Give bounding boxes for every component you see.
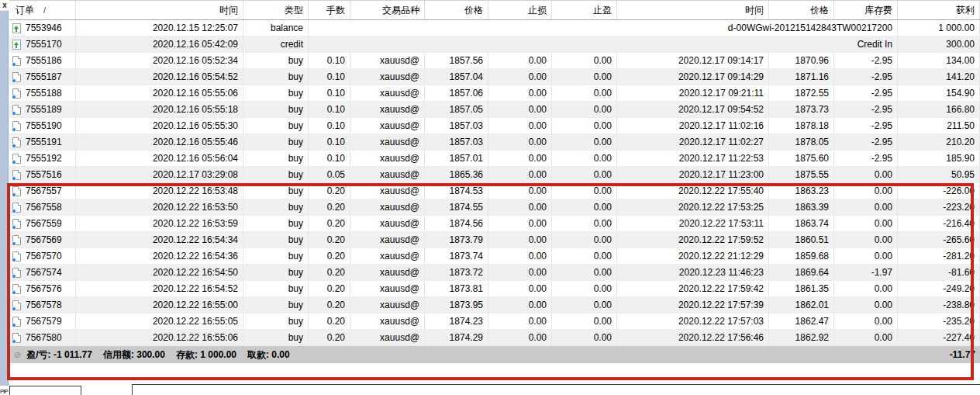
price-cell: 1873.72 [425, 265, 488, 280]
swap-cell: -2.95 [834, 53, 898, 68]
price-cell: 1874.56 [425, 216, 488, 231]
table-row[interactable]: 75675762020.12.22 16:54:52buy0.20xauusd@… [9, 281, 980, 297]
open-time-cell: 2020.12.22 16:55:06 [76, 330, 243, 345]
open-time-cell: 2020.12.15 12:25:07 [76, 20, 243, 36]
order-cell: 7567569 [9, 232, 76, 248]
order-document-icon [12, 56, 21, 66]
column-header-open_time[interactable]: 时间 [76, 1, 243, 19]
column-header-symbol[interactable]: 交易品种 [350, 1, 425, 19]
table-row[interactable]: 75675802020.12.22 16:55:06buy0.20xauusd@… [9, 330, 980, 346]
column-header-label: 价格 [464, 5, 483, 16]
bottom-left-text-fragment: PIP [0, 388, 8, 395]
order-document-icon [12, 235, 21, 245]
table-row[interactable]: 75551922020.12.16 05:56:04buy0.10xauusd@… [9, 151, 980, 167]
table-row[interactable]: 75675782020.12.22 16:55:00buy0.20xauusd@… [9, 297, 980, 314]
tp-cell: 0.00 [552, 167, 617, 182]
column-header-close_price[interactable]: 价格 [769, 1, 834, 19]
order-cell: 7567558 [9, 199, 76, 215]
close-price-cell: 1878.18 [769, 118, 834, 133]
close-time-cell: 2020.12.22 17:57:03 [617, 314, 769, 329]
close-time-cell: 2020.12.17 09:14:29 [617, 69, 769, 85]
order-cell: 7555191 [9, 134, 76, 150]
order-document-icon [12, 317, 21, 327]
lots-cell: 0.10 [309, 134, 350, 150]
swap-cell: -2.95 [834, 102, 898, 117]
close-time-cell: 2020.12.22 17:56:46 [617, 330, 769, 345]
sl-cell: 0.00 [488, 118, 552, 133]
column-header-tp[interactable]: 止盈 [552, 1, 617, 19]
close-price-cell: 1873.73 [769, 102, 834, 117]
lots-cell: 0.10 [309, 118, 350, 133]
column-header-label: 订单 [16, 5, 34, 16]
column-header-lots[interactable]: 手数 [309, 1, 350, 19]
table-row[interactable]: 75675692020.12.22 16:54:34buy0.20xauusd@… [9, 232, 980, 248]
sl-cell: 0.00 [488, 265, 552, 280]
column-header-label: 时间 [219, 5, 238, 16]
profit-cell: 154.90 [898, 85, 980, 101]
sl-cell: 0.00 [488, 248, 552, 264]
column-header-profit[interactable]: 获利 [898, 1, 980, 19]
close-time-cell: 2020.12.22 17:59:52 [617, 232, 769, 248]
column-header-order[interactable]: 订单/ [9, 1, 76, 19]
close-price-cell: 1862.47 [769, 314, 834, 329]
order-cell: 7567557 [9, 183, 76, 199]
close-price-cell: 1859.68 [769, 248, 834, 264]
profit-cell: 50.95 [898, 167, 980, 182]
table-row[interactable]: 75551912020.12.16 05:55:46buy0.10xauusd@… [9, 134, 980, 151]
table-row[interactable]: 75675792020.12.22 16:55:05buy0.20xauusd@… [9, 314, 980, 330]
profit-cell: 300.00 [898, 36, 980, 52]
tp-cell: 0.00 [552, 85, 617, 101]
table-row[interactable]: 75551882020.12.16 05:55:06buy0.10xauusd@… [9, 85, 980, 102]
table-row[interactable]: 75551902020.12.16 05:55:30buy0.10xauusd@… [9, 118, 980, 134]
swap-cell: 0.00 [834, 199, 898, 215]
swap-cell: -2.95 [834, 134, 898, 150]
column-header-label: 价格 [810, 5, 829, 16]
table-row[interactable]: 75539462020.12.15 12:25:07balanced-00WGw… [9, 20, 980, 36]
close-time-cell: 2020.12.22 17:55:40 [617, 183, 769, 199]
tp-cell: 0.00 [552, 216, 617, 231]
table-row[interactable]: 75575162020.12.17 03:29:08buy0.05xauusd@… [9, 167, 980, 183]
lots-cell: 0.20 [309, 248, 350, 264]
swap-cell: 0.00 [834, 281, 898, 296]
table-row[interactable]: 75551892020.12.16 05:55:18buy0.10xauusd@… [9, 102, 980, 118]
close-price-cell: 1871.16 [769, 69, 834, 85]
column-header-label: 交易品种 [382, 5, 419, 16]
column-header-close_time[interactable]: 时间 [617, 1, 769, 19]
order-document-icon [12, 300, 21, 310]
symbol-cell: xauusd@ [350, 314, 425, 329]
order-number: 7567558 [26, 199, 62, 215]
price-cell: 1857.03 [425, 134, 488, 150]
table-row[interactable]: 75675702020.12.22 16:54:36buy0.20xauusd@… [9, 248, 980, 265]
symbol-cell: xauusd@ [350, 85, 425, 101]
order-document-icon [12, 333, 21, 343]
table-row[interactable]: 75675592020.12.22 16:53:59buy0.20xauusd@… [9, 216, 980, 232]
table-row[interactable]: 75675572020.12.22 16:53:48buy0.20xauusd@… [9, 183, 980, 199]
lots-cell: 0.20 [309, 216, 350, 231]
sl-cell: 0.00 [488, 199, 552, 215]
table-row[interactable]: 75551702020.12.16 05:42:09creditCredit I… [9, 36, 980, 53]
panel-close-button[interactable]: x [0, 0, 9, 10]
table-row[interactable]: 75551862020.12.16 05:52:34buy0.10xauusd@… [9, 53, 980, 69]
table-row[interactable]: 75675582020.12.22 16:53:50buy0.20xauusd@… [9, 199, 980, 216]
swap-cell: 0.00 [834, 232, 898, 248]
column-header-sl[interactable]: 止损 [488, 1, 552, 19]
order-cell: 7557516 [9, 167, 76, 182]
order-document-icon [12, 268, 21, 278]
open-time-cell: 2020.12.22 16:54:52 [76, 281, 243, 296]
price-cell: 1857.56 [425, 53, 488, 68]
column-header-swap[interactable]: 库存费 [834, 1, 898, 19]
close-time-cell: 2020.12.17 11:23:00 [617, 167, 769, 182]
type-cell: buy [243, 330, 309, 345]
column-header-label: 止盈 [593, 5, 612, 16]
close-price-cell: 1863.74 [769, 216, 834, 231]
bottom-window-edge-right [132, 384, 980, 395]
order-number: 7555187 [26, 69, 62, 85]
table-row[interactable]: 75551872020.12.16 05:54:52buy0.10xauusd@… [9, 69, 980, 85]
column-header-price[interactable]: 价格 [425, 1, 488, 19]
table-row[interactable]: 75675742020.12.22 16:54:50buy0.20xauusd@… [9, 265, 980, 281]
swap-cell: -2.95 [834, 118, 898, 133]
tp-cell: 0.00 [552, 69, 617, 85]
type-cell: buy [243, 265, 309, 280]
column-header-type[interactable]: 类型 [243, 1, 309, 19]
order-document-icon [12, 137, 21, 147]
